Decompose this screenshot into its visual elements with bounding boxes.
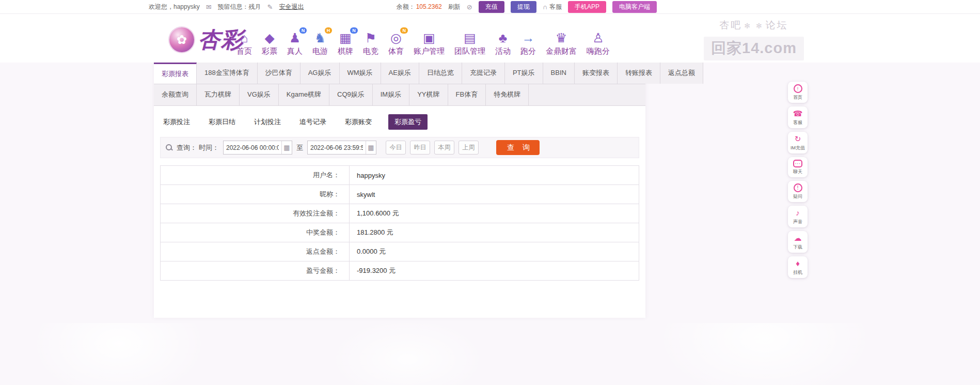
calendar-icon[interactable]: ▦ [281, 141, 292, 154]
speaker-icon: ♪ [796, 208, 800, 218]
tab-item[interactable]: 转账报表 [618, 63, 660, 84]
float-service-button[interactable]: ☎ 客服 [788, 106, 808, 128]
nav-item-lottery[interactable]: ◆ 彩票 [262, 30, 277, 56]
row-label: 用户名： [161, 166, 350, 185]
withdraw-button[interactable]: 提现 [511, 1, 536, 13]
account-manage-icon: ▣ [423, 30, 435, 45]
tab-item[interactable]: BBIN [543, 63, 575, 84]
envelope-icon[interactable]: ✉ [206, 3, 212, 11]
nav-item-account-manage[interactable]: ▣ 账户管理 [414, 30, 445, 56]
tab-item[interactable]: Kgame棋牌 [279, 84, 329, 105]
table-row: 返点金额： 0.0000 元 [161, 242, 639, 261]
row-value: 0.0000 元 [350, 242, 639, 261]
nav-item-wealth[interactable]: ♛ 金鼎财富 [546, 30, 577, 56]
yesterday-button[interactable]: 昨日 [410, 141, 430, 155]
tab-item[interactable]: 日结总览 [419, 63, 462, 84]
lottery-subtabs: 彩票投注 彩票日结 计划投注 追号记录 彩票账变 彩票盈亏 [154, 106, 645, 133]
float-idle-button[interactable]: ♦ 挂机 [788, 256, 808, 278]
subtab-item[interactable]: 计划投注 [252, 114, 283, 130]
tab-item[interactable]: 沙巴体育 [258, 63, 301, 84]
sports-icon: ◎N [390, 30, 402, 45]
topbar-left: 欢迎您，happysky ✉ 预留信息：残月 ✎ 安全退出 [149, 3, 304, 11]
tab-item[interactable]: 特免棋牌 [486, 84, 529, 105]
home-icon: ⌂ [240, 30, 248, 45]
tab-item[interactable]: AG娱乐 [301, 63, 340, 84]
tab-item[interactable]: YY棋牌 [409, 84, 448, 105]
date-from-wrapper: ▦ [223, 141, 292, 155]
subtab-item-active[interactable]: 彩票盈亏 [388, 114, 428, 130]
today-button[interactable]: 今日 [386, 141, 406, 155]
row-label: 昵称： [161, 185, 350, 204]
refresh-link[interactable]: 刷新 [448, 3, 461, 11]
tab-item[interactable]: 余额查询 [154, 84, 197, 105]
tab-item[interactable]: 账变报表 [575, 63, 618, 84]
row-label: 盈亏金额： [161, 261, 350, 281]
pencil-edit-icon[interactable]: ✎ [267, 3, 273, 11]
nav-item-home[interactable]: ⌂ 首页 [236, 30, 252, 56]
float-chat-button[interactable]: ⋯ 聊天 [788, 157, 808, 177]
date-to-input[interactable] [308, 141, 366, 154]
subtab-item[interactable]: 彩票日结 [207, 114, 238, 130]
service-person-icon: ☎ [793, 109, 803, 118]
tab-item[interactable]: 瓦力棋牌 [197, 84, 240, 105]
main-panel: 彩票报表 188金宝博体育 沙巴体育 AG娱乐 WM娱乐 AE娱乐 日结总览 充… [154, 63, 645, 318]
eye-slash-icon[interactable]: ⊘ [467, 3, 472, 11]
logout-link[interactable]: 安全退出 [279, 3, 304, 11]
tab-item[interactable]: 返点总额 [660, 63, 703, 84]
float-download-button[interactable]: ☁ 下载 [788, 231, 808, 253]
logo[interactable]: ✿ 杏彩 [169, 25, 244, 54]
headset-icon: ∩ [543, 3, 547, 11]
wealth-icon: ♛ [556, 30, 567, 45]
hot-badge: H [325, 27, 333, 34]
nav-item-esports[interactable]: ⚑ 电竞 [363, 30, 378, 56]
nav-item-board-games[interactable]: ▦N 棋牌 [338, 30, 353, 56]
pc-client-button[interactable]: 电脑客户端 [612, 1, 657, 13]
nav-item-egames[interactable]: ♞H 电游 [312, 30, 328, 56]
tab-item[interactable]: WM娱乐 [340, 63, 381, 84]
calendar-icon[interactable]: ▦ [366, 141, 376, 154]
balance-label: 余额： [397, 3, 415, 11]
nav-item-promotions[interactable]: ♣ 活动 [495, 30, 511, 56]
tab-item[interactable]: VG娱乐 [240, 84, 279, 105]
team-manage-icon: ▤ [464, 30, 476, 45]
tab-item[interactable]: AE娱乐 [381, 63, 419, 84]
subtab-item[interactable]: 彩票投注 [161, 114, 192, 130]
nav-item-live-casino[interactable]: ♟N 真人 [287, 30, 303, 56]
table-row: 中奖金额： 181.2800 元 [161, 223, 639, 242]
tab-item[interactable]: 彩票报表 [154, 63, 197, 84]
date-from-input[interactable] [224, 141, 281, 154]
row-value: -919.3200 元 [350, 261, 639, 281]
tab-item[interactable]: 充提记录 [462, 63, 505, 84]
mobile-app-button[interactable]: 手机APP [568, 1, 606, 13]
customer-service-link[interactable]: 客服 [549, 3, 562, 11]
esports-icon: ⚑ [365, 30, 376, 45]
recharge-button[interactable]: 充值 [479, 1, 504, 13]
subtab-item[interactable]: 追号记录 [297, 114, 328, 130]
subtab-item[interactable]: 彩票账变 [343, 114, 374, 130]
report-tabstrip: 彩票报表 188金宝博体育 沙巴体育 AG娱乐 WM娱乐 AE娱乐 日结总览 充… [154, 63, 645, 106]
this-week-button[interactable]: 本周 [434, 141, 454, 155]
last-week-button[interactable]: 上周 [459, 141, 479, 155]
float-sound-button[interactable]: ♪ 声音 [788, 206, 808, 227]
float-im-recharge-button[interactable]: ↻ IM充值 [788, 132, 808, 153]
home-up-icon: ↑ [794, 84, 802, 93]
to-label: 至 [296, 143, 303, 152]
tab-item[interactable]: 188金宝博体育 [197, 63, 258, 84]
nav-item-team-manage[interactable]: ▤ 团队管理 [454, 30, 485, 56]
nav-item-hi-paofen[interactable]: ♙ 嗨跑分 [587, 30, 610, 56]
tab-item[interactable]: FB体育 [448, 84, 486, 105]
tab-item[interactable]: IM娱乐 [373, 84, 409, 105]
table-row: 有效投注金额： 1,100.6000 元 [161, 204, 639, 223]
float-home-button[interactable]: ↑ 首页 [788, 82, 808, 103]
float-question-button[interactable]: ! 疑问 [788, 181, 808, 202]
nav-item-paofen[interactable]: → 跑分 [520, 30, 536, 56]
search-button[interactable]: 查 询 [496, 140, 540, 155]
reserved-info-text: 预留信息：残月 [218, 3, 261, 11]
header: ✿ 杏彩 ⌂ 首页 ◆ 彩票 ♟N 真人 ♞H 电游 ▦N 棋牌 [0, 14, 980, 63]
topbar-right: 余额： 105.2362 刷新 ⊘ 充值 提现 ∩ 客服 手机APP 电脑客户端 [397, 1, 657, 13]
tab-item[interactable]: CQ9娱乐 [329, 84, 373, 105]
tab-item[interactable]: PT娱乐 [505, 63, 543, 84]
date-to-wrapper: ▦ [307, 141, 376, 155]
nav-item-sports[interactable]: ◎N 体育 [388, 30, 404, 56]
welcome-text: 欢迎您，happysky [149, 3, 200, 11]
